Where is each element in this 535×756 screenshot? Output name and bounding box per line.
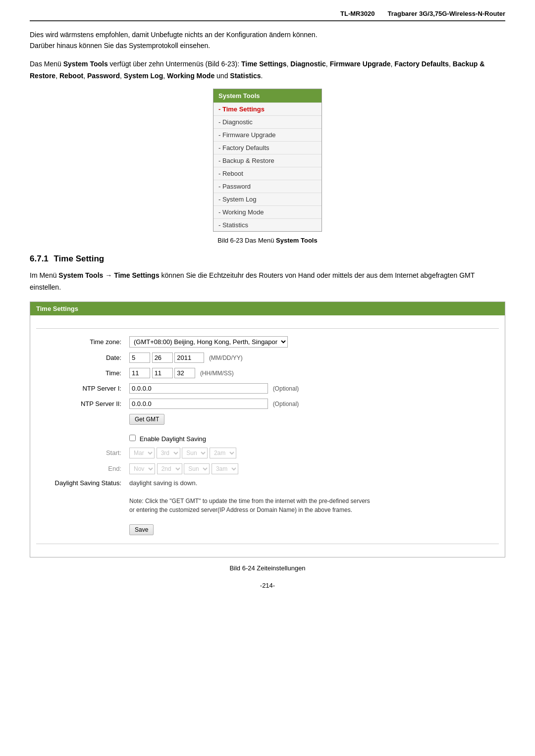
time-minute-input[interactable] xyxy=(152,368,173,378)
reboot-bold: Reboot xyxy=(59,72,83,80)
menu-item-backup-restore[interactable]: - Backup & Restore xyxy=(214,154,321,167)
section-desc-bold1: System Tools xyxy=(58,271,103,279)
time-hour-input[interactable] xyxy=(129,368,150,378)
get-gmt-cell: Get GMT xyxy=(125,411,499,427)
section-desc-prefix: Im Menü xyxy=(30,271,58,279)
date-format-label: (MM/DD/YY) xyxy=(209,354,243,361)
time-settings-bold: Time Settings xyxy=(241,60,287,68)
time-label: Time: xyxy=(36,365,125,381)
end-month-select: Nov xyxy=(129,463,155,474)
ntp2-row: NTP Server II: (Optional) xyxy=(36,396,499,411)
daylight-status-label: Daylight Saving Status: xyxy=(36,477,125,489)
factory-bold: Factory Defaults xyxy=(394,60,449,68)
timezone-value-cell: (GMT+08:00) Beijing, Hong Kong, Perth, S… xyxy=(125,334,499,350)
figure-24-caption: Bild 6-24 Zeiteinstellungen xyxy=(30,564,505,572)
start-value-cell: Mar 3rd Sun 2am xyxy=(125,445,499,461)
daylight-status-value: daylight saving is down. xyxy=(129,479,197,487)
bottom-divider xyxy=(36,544,499,544)
end-time-select: 3am xyxy=(212,463,238,474)
date-month-input[interactable] xyxy=(129,353,150,363)
save-button[interactable]: Save xyxy=(129,524,154,535)
menu-desc-prefix: Das Menü xyxy=(30,60,63,68)
product-label: Tragbarer 3G/3,75G-Wireless-N-Router xyxy=(387,10,505,17)
menu-desc-mid: verfügt über zehn Untermenüs (Bild 6-23)… xyxy=(108,60,241,68)
menu-item-password[interactable]: - Password xyxy=(214,180,321,193)
time-settings-form: Time zone: (GMT+08:00) Beijing, Hong Kon… xyxy=(36,334,499,538)
time-second-input[interactable] xyxy=(174,368,195,378)
panel-title: Time Settings xyxy=(30,302,505,315)
timezone-row: Time zone: (GMT+08:00) Beijing, Hong Kon… xyxy=(36,334,499,350)
spacer-row xyxy=(36,427,499,432)
daylight-saving-checkbox[interactable] xyxy=(129,435,136,441)
time-settings-panel: Time Settings Time zone: (GMT+08:00) Bei… xyxy=(30,302,505,557)
end-week-select: 2nd xyxy=(157,463,182,474)
intro-line2: Darüber hinaus können Sie das Systemprot… xyxy=(30,40,505,51)
statistics-bold: Statistics xyxy=(230,72,261,80)
ntp1-label: NTP Server I: xyxy=(36,381,125,396)
timezone-label: Time zone: xyxy=(36,334,125,350)
top-divider xyxy=(36,328,499,329)
save-cell: Save xyxy=(125,522,499,538)
daylight-status-row: Daylight Saving Status: daylight saving … xyxy=(36,477,499,489)
date-day-input[interactable] xyxy=(152,353,173,363)
system-tools-menu-header: System Tools xyxy=(214,89,321,102)
menu-item-factory-defaults[interactable]: - Factory Defaults xyxy=(214,141,321,154)
syslog-bold: System Log xyxy=(124,72,163,80)
date-row: Date: (MM/DD/YY) xyxy=(36,350,499,365)
start-label: Start: xyxy=(36,445,125,461)
page-number: -214- xyxy=(30,582,505,589)
time-format-label: (HH/MM/SS) xyxy=(200,370,234,377)
menu-desc-name: System Tools xyxy=(63,60,108,68)
diagnostic-bold: Diagnostic xyxy=(290,60,326,68)
system-tools-menu: System Tools - Time Settings - Diagnosti… xyxy=(213,89,322,232)
get-gmt-row: Get GMT xyxy=(36,411,499,427)
section-title: Time Setting xyxy=(54,254,105,263)
end-row: End: Nov 2nd Sun 3am xyxy=(36,461,499,477)
daylight-status-cell: daylight saving is down. xyxy=(125,477,499,489)
end-label: End: xyxy=(36,461,125,477)
menu-item-time-settings[interactable]: - Time Settings xyxy=(214,102,321,115)
spacer-row2 xyxy=(36,489,499,494)
header-bar: TL-MR3020 Tragbarer 3G/3,75G-Wireless-N-… xyxy=(30,10,505,21)
intro-line1: Dies wird wärmstens empfohlen, damit Unb… xyxy=(30,29,505,40)
get-gmt-button[interactable]: Get GMT xyxy=(129,414,164,425)
figure-23-caption: Bild 6-23 Das Menü System Tools xyxy=(30,237,505,244)
start-month-select: Mar xyxy=(129,448,155,458)
ntp1-value-cell: (Optional) xyxy=(125,381,499,396)
menu-item-firmware-upgrade[interactable]: - Firmware Upgrade xyxy=(214,128,321,141)
firmware-bold: Firmware Upgrade xyxy=(330,60,391,68)
note-cell: Note: Click the "GET GMT" to update the … xyxy=(125,494,499,517)
panel-body: Time zone: (GMT+08:00) Beijing, Hong Kon… xyxy=(30,315,505,557)
ntp2-label: NTP Server II: xyxy=(36,396,125,411)
note-line1: Note: Click the "GET GMT" to update the … xyxy=(129,497,495,505)
daylight-checkbox-row: Enable Daylight Saving xyxy=(36,432,499,445)
note-line2: or entering the customized server(IP Add… xyxy=(129,505,495,514)
timezone-select[interactable]: (GMT+08:00) Beijing, Hong Kong, Perth, S… xyxy=(129,336,288,348)
date-year-input[interactable] xyxy=(174,353,204,363)
workingmode-bold: Working Mode xyxy=(167,72,214,80)
start-week-select: 3rd xyxy=(157,448,180,458)
ntp2-optional-label: (Optional) xyxy=(273,401,299,407)
end-value-cell: Nov 2nd Sun 3am xyxy=(125,461,499,477)
ntp1-row: NTP Server I: (Optional) xyxy=(36,381,499,396)
section-desc-arrow: → xyxy=(103,271,114,279)
date-value-cell: (MM/DD/YY) xyxy=(125,350,499,365)
start-day-select: Sun xyxy=(182,448,208,458)
save-row: Save xyxy=(36,522,499,538)
section-description: Im Menü System Tools → Time Settings kön… xyxy=(30,270,505,294)
intro-paragraph: Dies wird wärmstens empfohlen, damit Unb… xyxy=(30,29,505,51)
ntp1-optional-label: (Optional) xyxy=(273,385,299,392)
section-heading: 6.7.1 Time Setting xyxy=(30,254,505,264)
menu-item-working-mode[interactable]: - Working Mode xyxy=(214,205,321,218)
time-row: Time: (HH/MM/SS) xyxy=(36,365,499,381)
end-day-select: Sun xyxy=(184,463,210,474)
start-row: Start: Mar 3rd Sun 2am xyxy=(36,445,499,461)
menu-item-diagnostic[interactable]: - Diagnostic xyxy=(214,115,321,128)
time-value-cell: (HH/MM/SS) xyxy=(125,365,499,381)
ntp2-input[interactable] xyxy=(129,399,268,409)
menu-item-system-log[interactable]: - System Log xyxy=(214,193,321,205)
menu-item-reboot[interactable]: - Reboot xyxy=(214,167,321,180)
menu-item-statistics[interactable]: - Statistics xyxy=(214,218,321,231)
ntp1-input[interactable] xyxy=(129,383,268,394)
date-label: Date: xyxy=(36,350,125,365)
